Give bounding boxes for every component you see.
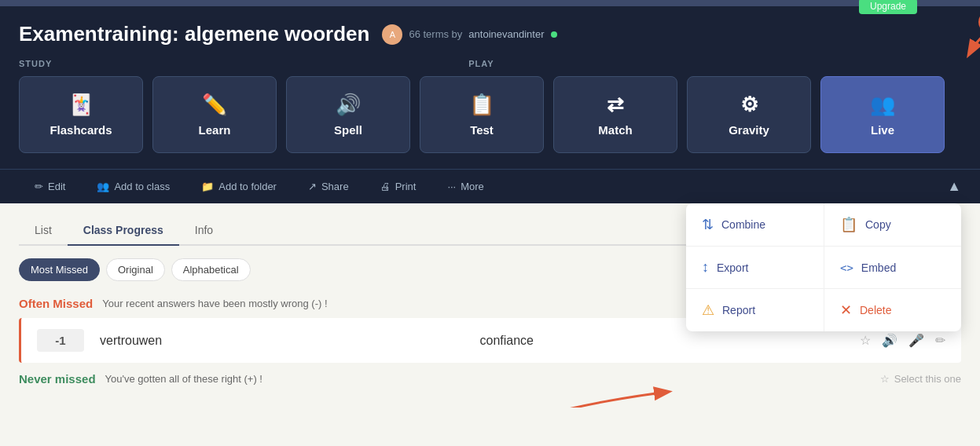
study-card-learn[interactable]: ✏️ Learn: [152, 76, 277, 153]
more-icon: ···: [447, 181, 456, 192]
tab-class-progress[interactable]: Class Progress: [68, 216, 179, 246]
action-bar: ✏ Edit 👥 Add to class 📁 Add to folder ↗ …: [0, 169, 980, 203]
avatar: A: [382, 24, 402, 45]
more-button[interactable]: ··· More: [431, 170, 499, 203]
mic-icon-term[interactable]: 🎤: [908, 333, 924, 348]
tab-list[interactable]: List: [19, 216, 68, 246]
edit-icon-term[interactable]: ✏: [935, 333, 945, 348]
flashcards-icon: 🃏: [68, 93, 94, 117]
annotation-arrow-1: [945, 19, 980, 66]
never-missed-section: Never missed You've gotten all of these …: [19, 372, 961, 386]
filter-original[interactable]: Original: [106, 258, 165, 281]
play-card-match[interactable]: ⇄ Match: [553, 76, 677, 153]
edit-button[interactable]: ✏ Edit: [19, 170, 81, 203]
star-icon-never: ☆: [880, 373, 890, 385]
author-info: A 66 terms by antoinevandinter: [382, 24, 556, 45]
study-card-flashcards[interactable]: 🃏 Flashcards: [19, 76, 143, 153]
learn-icon: ✏️: [202, 93, 227, 117]
star-icon-term[interactable]: ☆: [860, 333, 871, 348]
learn-label: Learn: [199, 123, 231, 137]
add-to-class-icon: 👥: [97, 181, 109, 192]
live-label: Live: [871, 123, 894, 137]
study-label: STUDY: [19, 59, 52, 68]
tab-info[interactable]: Info: [179, 216, 229, 246]
author-name: antoinevandinter: [468, 28, 544, 40]
edit-icon: ✏: [35, 181, 43, 192]
dropdown-delete[interactable]: ✕ Delete: [824, 289, 961, 331]
audio-icon-term[interactable]: 🔊: [882, 333, 897, 348]
dropdown-combine[interactable]: ⇅ Combine: [686, 203, 824, 247]
dropdown-report[interactable]: ⚠ Report: [686, 289, 824, 331]
filter-alphabetical[interactable]: Alphabetical: [171, 258, 251, 281]
online-indicator: [551, 31, 557, 38]
gravity-label: Gravity: [729, 123, 769, 137]
add-to-folder-button[interactable]: 📁 Add to folder: [185, 170, 292, 203]
never-missed-title: Never missed: [19, 372, 96, 386]
upgrade-button[interactable]: Upgrade: [859, 0, 917, 14]
study-card-spell[interactable]: 🔊 Spell: [286, 76, 410, 153]
dropdown-embed[interactable]: <> Embed: [824, 247, 961, 289]
play-card-live[interactable]: 👥 Live: [820, 76, 945, 153]
often-missed-desc: Your recent answers have been mostly wro…: [102, 298, 327, 309]
share-button[interactable]: ↗ Share: [292, 170, 365, 203]
match-icon: ⇄: [607, 93, 624, 117]
report-icon: ⚠: [702, 302, 714, 319]
match-label: Match: [598, 123, 632, 137]
add-to-class-button[interactable]: 👥 Add to class: [81, 170, 185, 203]
combine-icon: ⇅: [702, 216, 714, 233]
dropdown-export[interactable]: ↕ Export: [686, 247, 824, 289]
study-card-test[interactable]: 📋 Test: [420, 76, 544, 153]
select-never-label: Select this one: [894, 373, 961, 385]
embed-icon: <>: [840, 261, 853, 274]
often-missed-title: Often Missed: [19, 297, 93, 310]
gravity-icon: ⚙: [740, 93, 758, 117]
spell-icon: 🔊: [336, 93, 361, 117]
term-translation: confiance: [480, 334, 845, 348]
term-word: vertrouwen: [100, 334, 464, 348]
page-header: Examentraining: algemene woorden A 66 te…: [0, 6, 980, 169]
play-label: PLAY: [468, 59, 494, 68]
score-badge: -1: [37, 329, 84, 352]
filter-most-missed[interactable]: Most Missed: [19, 258, 100, 281]
term-actions: ☆ 🔊 🎤 ✏: [860, 333, 945, 348]
spell-label: Spell: [334, 123, 362, 137]
print-icon: 🖨: [380, 181, 391, 192]
content-area: List Class Progress Info Most Missed Ori…: [0, 203, 980, 408]
dropdown-menu: ⇅ Combine 📋 Copy ↕ Export <> Embed ⚠ Rep…: [686, 203, 961, 331]
add-to-folder-icon: 📁: [201, 181, 214, 192]
live-icon: 👥: [870, 93, 895, 117]
flashcards-label: Flashcards: [50, 123, 112, 137]
scroll-indicator: ▲: [947, 178, 961, 195]
test-label: Test: [470, 123, 494, 137]
top-bar: Upgrade: [0, 0, 980, 6]
share-icon: ↗: [308, 181, 317, 192]
play-card-gravity[interactable]: ⚙ Gravity: [687, 76, 811, 153]
dropdown-copy[interactable]: 📋 Copy: [824, 203, 961, 247]
copy-icon: 📋: [840, 216, 857, 233]
delete-icon: ✕: [840, 302, 852, 319]
export-icon: ↕: [702, 259, 709, 276]
page-title: Examentraining: algemene woorden: [19, 22, 369, 46]
print-button[interactable]: 🖨 Print: [365, 170, 432, 203]
test-icon: 📋: [469, 93, 494, 117]
terms-count: 66 terms by: [409, 28, 462, 40]
never-missed-desc: You've gotten all of these right (+) !: [105, 373, 262, 385]
